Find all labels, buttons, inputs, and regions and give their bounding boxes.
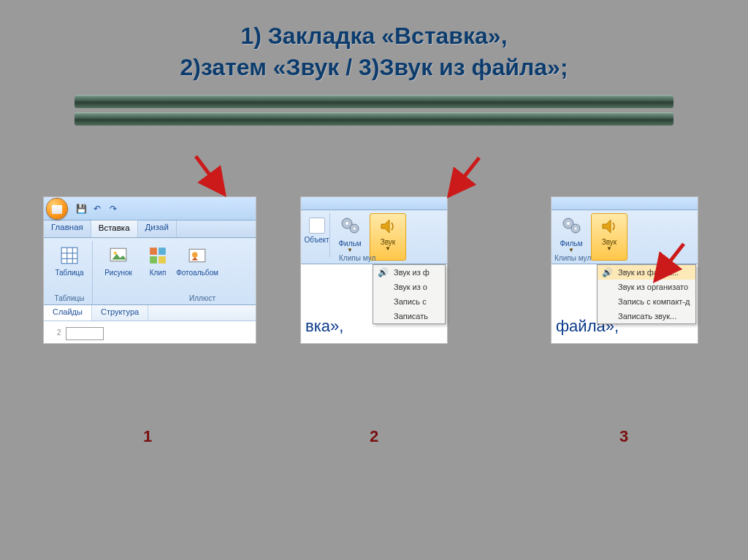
- chevron-down-icon: ▼: [385, 245, 391, 252]
- slide-thumbnail[interactable]: [66, 327, 104, 340]
- menu-item-sound-from-org[interactable]: Звук из организато: [598, 280, 695, 294]
- movie-icon: [338, 215, 362, 238]
- menu-item-record-sound[interactable]: Записать звук...: [598, 309, 695, 323]
- button-label: Фотоальбом: [176, 269, 218, 277]
- object-icon: [309, 218, 325, 234]
- ribbon-body: Таблица Таблицы Рисунок Клип: [44, 238, 256, 305]
- panel-tab-slides[interactable]: Слайды: [44, 305, 92, 321]
- group-label: Клипы мул: [339, 254, 444, 262]
- menu-item-record-cd[interactable]: Запись с: [373, 294, 445, 309]
- sound-dropdown: 🔊Звук из файла... Звук из организато Зап…: [597, 264, 696, 324]
- group-tables: Таблица Таблицы: [47, 241, 93, 304]
- button-label: Объект: [304, 236, 329, 244]
- button-label: Клип: [150, 269, 167, 277]
- sound-dropdown: 🔊Звук из ф Звук из о Запись с Записать: [373, 264, 446, 324]
- svg-point-22: [567, 222, 570, 225]
- group-label: Клипы мул: [554, 254, 695, 262]
- red-arrow-icon: [441, 155, 485, 199]
- document-text: вка»,: [305, 317, 343, 336]
- group-label: Иллюст: [100, 293, 215, 303]
- ribbon-body: Фильм ▼ Звук ▼ Клипы мул: [552, 210, 698, 264]
- panel-tabs: Слайды Структура: [44, 305, 256, 321]
- menu-item-record-cd[interactable]: Запись с компакт-д: [598, 294, 695, 309]
- svg-rect-3: [61, 248, 77, 264]
- office-button[interactable]: [47, 199, 67, 219]
- movie-icon: [560, 215, 583, 238]
- ribbon-body: Объект Фильм ▼ Звук ▼ Клипы мул: [301, 210, 447, 264]
- table-button[interactable]: Таблица: [51, 242, 88, 293]
- title-bar: [301, 197, 447, 210]
- speaker-icon: 🔊: [378, 267, 389, 277]
- svg-line-0: [196, 156, 222, 191]
- svg-rect-12: [150, 256, 157, 264]
- button-label: Рисунок: [104, 269, 132, 277]
- panel-tab-outline[interactable]: Структура: [92, 305, 148, 321]
- screenshot-2: Объект Фильм ▼ Звук ▼ Клипы мул 🔊Звук из…: [301, 197, 447, 343]
- group-illustrations: Рисунок Клип Фотоальбом Иллюст: [96, 241, 220, 304]
- label-1: 1: [143, 427, 152, 446]
- svg-point-15: [192, 253, 198, 258]
- save-icon[interactable]: 💾: [75, 202, 88, 215]
- slide-title: 1) Закладка «Вставка», 2)затем «Звук / 3…: [0, 0, 748, 83]
- picture-button[interactable]: Рисунок: [100, 242, 137, 293]
- svg-point-18: [346, 222, 348, 225]
- tab-home[interactable]: Главная: [44, 220, 91, 237]
- svg-rect-13: [159, 256, 166, 264]
- title-line-1: 1) Закладка «Вставка»,: [0, 20, 748, 52]
- svg-point-23: [575, 228, 577, 230]
- ribbon-tabs: Главная Вставка Дизай: [44, 220, 256, 238]
- red-arrow-icon: [190, 153, 234, 197]
- menu-item-sound-from-file[interactable]: 🔊Звук из файла...: [598, 265, 695, 280]
- album-icon: [186, 244, 209, 267]
- tab-insert[interactable]: Вставка: [91, 220, 138, 237]
- undo-icon[interactable]: ↶: [91, 202, 104, 215]
- menu-item-sound-from-file[interactable]: 🔊Звук из ф: [373, 265, 445, 280]
- sound-icon: [598, 215, 621, 238]
- redo-icon[interactable]: ↷: [107, 202, 120, 215]
- svg-point-9: [114, 252, 117, 255]
- screenshots-row: 💾 ↶ ↷ Главная Вставка Дизай Таблица Табл…: [0, 197, 748, 365]
- chevron-down-icon: ▼: [347, 247, 353, 253]
- album-button[interactable]: Фотоальбом: [179, 242, 215, 293]
- group-label: Таблицы: [51, 293, 88, 303]
- decorative-divider: [75, 95, 673, 126]
- sound-icon: [376, 215, 400, 238]
- object-button[interactable]: Объект: [304, 213, 330, 257]
- svg-line-1: [451, 158, 479, 193]
- clip-button[interactable]: Клип: [140, 242, 176, 293]
- svg-point-19: [354, 228, 356, 230]
- speaker-icon: 🔊: [602, 267, 613, 277]
- menu-item-sound-from-org[interactable]: Звук из о: [373, 280, 445, 294]
- button-label: Таблица: [55, 269, 83, 277]
- picture-icon: [107, 244, 130, 267]
- menu-item-record-sound[interactable]: Записать: [373, 309, 445, 323]
- tab-design[interactable]: Дизай: [138, 220, 177, 237]
- table-icon: [58, 244, 81, 267]
- screenshot-1: 💾 ↶ ↷ Главная Вставка Дизай Таблица Табл…: [44, 197, 256, 343]
- screenshot-3: Фильм ▼ Звук ▼ Клипы мул 🔊Звук из файла.…: [552, 197, 698, 343]
- svg-rect-10: [150, 248, 157, 256]
- slide-number: 2: [57, 329, 60, 337]
- title-line-2: 2)затем «Звук / 3)Звук из файла»;: [0, 52, 748, 83]
- chevron-down-icon: ▼: [568, 247, 574, 253]
- label-3: 3: [619, 427, 628, 446]
- quick-access-toolbar: 💾 ↶ ↷: [75, 202, 120, 215]
- title-bar: 💾 ↶ ↷: [44, 197, 256, 220]
- label-2: 2: [370, 427, 378, 446]
- title-bar: [552, 197, 698, 210]
- svg-rect-11: [159, 248, 166, 256]
- chevron-down-icon: ▼: [606, 245, 612, 252]
- clip-icon: [146, 244, 169, 267]
